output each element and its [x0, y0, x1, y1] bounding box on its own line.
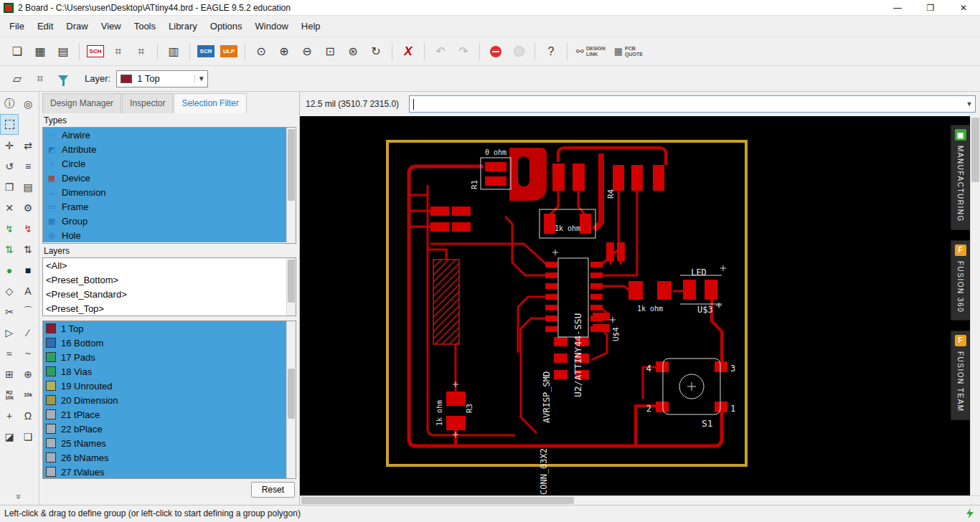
align-tool-icon[interactable]: ≡	[19, 156, 37, 176]
zoom-select-icon[interactable]: ⊡	[319, 42, 341, 62]
polygon-tool-icon[interactable]: ◇	[0, 280, 19, 301]
resistor-tool-icon[interactable]: 10k	[19, 384, 37, 405]
tab-manufacturing[interactable]: ▣ MANUFACTURING	[951, 125, 970, 230]
type-row-group[interactable]: ▦Group	[43, 214, 296, 228]
type-row-airwire[interactable]: ─Airwire	[43, 128, 296, 142]
save-icon[interactable]: ▦	[29, 42, 51, 62]
miter-tool-icon[interactable]: ⌒	[19, 301, 37, 322]
reset-button[interactable]: Reset	[251, 482, 295, 498]
delete-tool-icon[interactable]: ✕	[0, 197, 19, 218]
command-dropdown-chevron-icon[interactable]: ▼	[963, 100, 975, 108]
text-tool-icon[interactable]: A	[19, 280, 37, 301]
layer-row-bplace[interactable]: 22 bPlace	[43, 422, 296, 436]
value-tool-icon[interactable]: R210k	[0, 384, 19, 405]
stop-command-icon[interactable]: X	[397, 42, 419, 62]
layer-row-tvalues[interactable]: 27 tValues	[43, 465, 296, 479]
display-tool-icon[interactable]	[19, 114, 37, 135]
type-row-frame[interactable]: ▭Frame	[43, 199, 296, 214]
open-board-icon[interactable]: ❏	[6, 42, 28, 62]
canvas-vertical-scrollbar[interactable]	[970, 116, 980, 495]
swap-tool-icon[interactable]: ⇅	[0, 239, 19, 260]
preset-bottom[interactable]: <Preset_Bottom>	[43, 272, 296, 287]
help-icon[interactable]: ?	[540, 42, 562, 62]
wire-tool-icon[interactable]: ↯	[0, 218, 19, 239]
menu-edit[interactable]: Edit	[31, 17, 60, 35]
selection-filter-funnel-icon[interactable]	[52, 69, 74, 89]
eraser-tool-icon[interactable]: ◪	[0, 426, 19, 447]
print-icon[interactable]: ▤	[52, 42, 74, 62]
pcb-quote-button[interactable]: ▦ PCBQUOTE	[614, 46, 643, 57]
minimize-button[interactable]: —	[881, 0, 914, 15]
menu-draw[interactable]: Draw	[60, 17, 94, 35]
script-icon[interactable]: SCR	[195, 42, 217, 62]
signal-tool-icon[interactable]: ~	[19, 343, 37, 364]
pad-tool-icon[interactable]: ■	[19, 260, 37, 280]
layer-row-bnames[interactable]: 26 bNames	[43, 450, 296, 465]
tab-fusion-team[interactable]: F FUSION TEAM	[951, 331, 970, 420]
menu-window[interactable]: Window	[249, 17, 295, 35]
schematic-editor-icon[interactable]: SCH	[85, 42, 106, 62]
show-tool-icon[interactable]: ◎	[19, 93, 37, 114]
redraw-icon[interactable]: ↻	[365, 42, 387, 62]
types-scrollbar[interactable]	[286, 128, 296, 243]
rotate-tool-icon[interactable]: ↺	[0, 156, 19, 176]
layer-row-vias[interactable]: 18 Vias	[43, 364, 296, 379]
type-row-dimension[interactable]: ↔Dimension	[43, 185, 296, 199]
pcb-drawing[interactable]: 0 ohm R1 R4 1k ohm LED U$3 1k ohm U$4 U2…	[300, 116, 970, 495]
array-tool-icon[interactable]: ⊞	[0, 364, 19, 384]
preset-standard[interactable]: <Preset_Standard>	[43, 287, 296, 301]
route-tool-icon[interactable]: ⇅	[19, 239, 37, 260]
canvas-horizontal-scrollbar[interactable]	[300, 495, 980, 505]
zoom-fit-icon[interactable]: ⊙	[250, 42, 272, 62]
invoke-tool-icon[interactable]: ▷	[0, 322, 19, 343]
attribute-tool-icon[interactable]: ❏	[19, 426, 37, 447]
change-style-icon[interactable]: ▱	[6, 69, 28, 89]
type-row-attribute[interactable]: ◩Attribute	[43, 142, 296, 156]
line-tool-icon[interactable]: ∕	[19, 322, 37, 343]
stop-icon[interactable]	[485, 42, 507, 62]
mirror-tool-icon[interactable]: ⇄	[19, 135, 37, 156]
tab-fusion-360[interactable]: F FUSION 360	[951, 240, 970, 321]
menu-options[interactable]: Options	[204, 17, 249, 35]
move-tool-icon[interactable]: ✛	[0, 135, 19, 156]
board-labels[interactable]: 0 ohm R1 R4 1k ohm LED U$3 1k ohm U$4 U2…	[435, 148, 735, 495]
change-tool-icon[interactable]: ⚙	[19, 197, 37, 218]
hatched-region[interactable]	[433, 260, 459, 344]
grid-icon[interactable]: ⌗	[29, 69, 51, 89]
type-row-circle[interactable]: ○Circle	[43, 156, 296, 171]
design-link-button[interactable]: ⚯ DESIGNLINK	[576, 46, 606, 57]
ripup-tool-icon[interactable]: ↯	[19, 218, 37, 239]
info-tool-icon[interactable]: ⓘ	[0, 93, 19, 114]
group-select-tool-icon[interactable]	[0, 114, 19, 135]
more-tools-chevron-icon[interactable]: »	[0, 488, 39, 505]
layer-row-top[interactable]: 1 Top	[43, 321, 296, 336]
import-export-icon[interactable]: ⌗	[131, 42, 152, 62]
tab-selection-filter[interactable]: Selection Filter	[174, 93, 246, 113]
cam-processor-icon[interactable]: ⌗	[108, 42, 129, 62]
go-icon[interactable]	[508, 42, 529, 62]
menu-tools[interactable]: Tools	[128, 17, 162, 35]
split-tool-icon[interactable]: ✂	[0, 301, 19, 322]
menu-library[interactable]: Library	[162, 17, 204, 35]
undo-icon[interactable]: ↶	[430, 42, 451, 62]
layer-row-unrouted[interactable]: 19 Unrouted	[43, 379, 296, 393]
mark-tool-icon[interactable]: +	[0, 405, 19, 426]
layer-row-bottom[interactable]: 16 Bottom	[43, 336, 296, 350]
type-row-device[interactable]: ▦Device	[43, 171, 296, 185]
type-row-hole[interactable]: ◎Hole	[43, 228, 296, 242]
via-tool-icon[interactable]: ●	[0, 260, 19, 280]
measure-tool-icon[interactable]: Ω	[19, 405, 37, 426]
sync-bolt-icon[interactable]	[964, 508, 976, 519]
library-manager-icon[interactable]: ▥	[163, 42, 184, 62]
menu-file[interactable]: File	[3, 17, 31, 35]
paste-tool-icon[interactable]: ▤	[19, 176, 37, 197]
layer-dropdown[interactable]: 1 Top ▼	[116, 70, 208, 87]
layer-row-tnames[interactable]: 25 tNames	[43, 436, 296, 450]
close-button[interactable]: ✕	[947, 0, 980, 15]
board-canvas[interactable]: 0 ohm R1 R4 1k ohm LED U$3 1k ohm U$4 U2…	[300, 116, 970, 495]
copy-tool-icon[interactable]: ❐	[0, 176, 19, 197]
drill-tool-icon[interactable]: ⊕	[19, 364, 37, 384]
preset-top[interactable]: <Preset_Top>	[43, 301, 296, 315]
layer-row-pads[interactable]: 17 Pads	[43, 350, 296, 364]
presets-scrollbar[interactable]	[286, 258, 296, 315]
